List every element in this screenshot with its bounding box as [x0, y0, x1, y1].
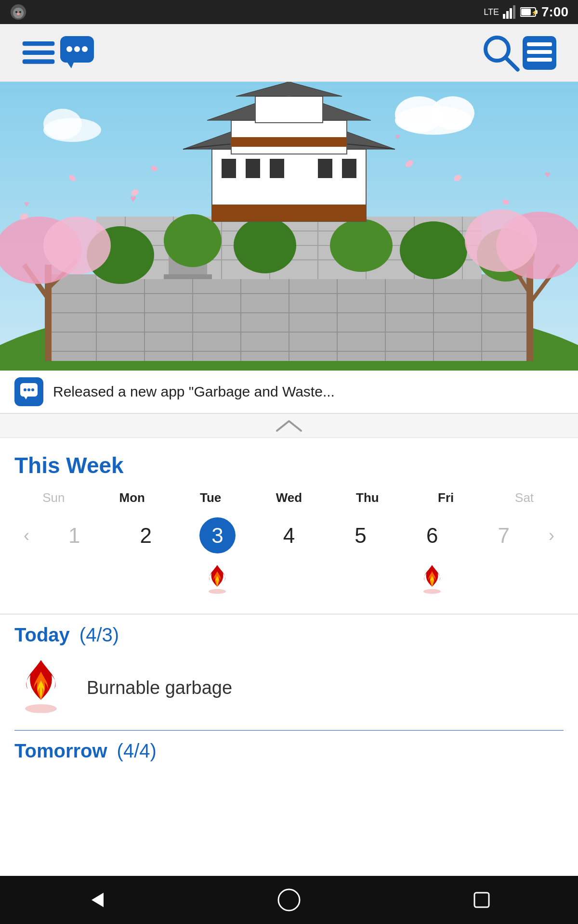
status-bar: LTE ⚡ 7:00 [0, 0, 578, 24]
svg-rect-81 [222, 159, 236, 178]
tomorrow-label: Tomorrow [14, 740, 107, 762]
svg-text:♥: ♥ [130, 192, 136, 205]
svg-rect-15 [23, 41, 55, 46]
day-name-sun: Sun [14, 488, 93, 508]
garbage-type-text: Burnable garbage [87, 678, 232, 698]
svg-point-32 [431, 96, 474, 130]
svg-point-106 [24, 388, 26, 391]
calendar-day-4[interactable]: 4 [253, 519, 325, 552]
svg-point-110 [209, 589, 226, 594]
svg-rect-26 [527, 42, 552, 46]
svg-marker-113 [92, 893, 104, 907]
flame-icons-row [14, 561, 564, 599]
list-view-button[interactable] [520, 34, 559, 72]
day-name-tue: Tue [171, 488, 250, 508]
svg-point-19 [66, 46, 72, 52]
today-divider [14, 730, 564, 731]
svg-text:♥: ♥ [24, 199, 29, 209]
back-button[interactable] [84, 888, 108, 912]
svg-point-111 [423, 589, 441, 594]
today-circle: 3 [199, 517, 236, 553]
castle-illustration: ♥ ♥ ♥ ♥ [0, 82, 578, 371]
svg-point-66 [234, 218, 296, 273]
day-name-sat: Sat [485, 488, 564, 508]
home-button[interactable] [277, 888, 301, 912]
today-header: Today (4/3) [14, 624, 564, 646]
news-chat-icon [14, 377, 43, 406]
section-title: This Week [14, 452, 564, 478]
schedule-section: Today (4/3) Burnable garbage Tomorrow (4… [0, 624, 578, 762]
calendar: Sun Mon Tue Wed Thu Fri Sat ‹ 1 2 3 4 5 … [14, 488, 564, 599]
prev-week-button[interactable]: ‹ [14, 526, 39, 546]
news-text: Released a new app "Garbage and Waste... [53, 384, 564, 400]
svg-rect-9 [510, 8, 512, 19]
hamburger-menu-button[interactable] [19, 34, 58, 72]
recent-apps-button[interactable] [470, 888, 494, 912]
battery-icon: ⚡ [520, 7, 538, 17]
svg-rect-7 [503, 14, 505, 19]
calendar-day-2[interactable]: 2 [110, 519, 182, 552]
hero-image: ♥ ♥ ♥ ♥ [0, 82, 578, 371]
svg-point-5 [19, 11, 21, 13]
svg-rect-63 [164, 274, 212, 279]
day-name-mon: Mon [93, 488, 171, 508]
today-content: Burnable garbage [14, 655, 564, 720]
collapse-handle[interactable] [0, 414, 578, 438]
svg-rect-10 [513, 5, 515, 19]
svg-rect-89 [231, 137, 347, 147]
svg-rect-8 [506, 11, 509, 19]
lte-label: LTE [484, 7, 499, 17]
flame-fri [396, 563, 468, 598]
svg-rect-91 [255, 96, 323, 123]
this-week-section: This Week Sun Mon Tue Wed Thu Fri Sat ‹ … [0, 438, 578, 604]
today-date: (4/3) [79, 624, 119, 646]
chat-button[interactable] [58, 34, 96, 72]
calendar-day-3[interactable]: 3 [182, 513, 253, 558]
calendar-day-7[interactable]: 7 [468, 519, 539, 552]
svg-point-79 [465, 209, 537, 272]
svg-rect-93 [287, 82, 291, 96]
svg-point-74 [43, 217, 111, 274]
svg-point-112 [25, 704, 57, 713]
svg-rect-86 [212, 205, 366, 221]
calendar-day-6[interactable]: 6 [396, 519, 468, 552]
svg-point-20 [74, 46, 80, 52]
svg-rect-16 [23, 50, 55, 54]
svg-point-67 [330, 219, 393, 272]
svg-point-108 [31, 388, 34, 391]
big-flame-icon [14, 655, 72, 720]
day-name-wed: Wed [250, 488, 328, 508]
svg-rect-115 [474, 893, 489, 907]
hamburger-icon [19, 34, 58, 72]
today-label: Today [14, 624, 70, 646]
svg-text:♥: ♥ [395, 132, 400, 141]
calendar-day-1[interactable]: 1 [39, 519, 110, 552]
svg-point-4 [15, 11, 17, 13]
chevron-up-icon [275, 419, 303, 433]
flame-tue [182, 563, 253, 598]
svg-text:⚡: ⚡ [531, 9, 538, 16]
signal-icon [503, 5, 516, 19]
search-button[interactable] [482, 34, 520, 72]
chat-icon [58, 34, 96, 72]
status-bar-left [10, 3, 27, 21]
calendar-dates-row: ‹ 1 2 3 4 5 6 7 › [14, 513, 564, 558]
next-week-button[interactable]: › [539, 526, 564, 546]
svg-rect-85 [342, 159, 356, 178]
svg-text:♥: ♥ [544, 168, 551, 180]
calendar-day-5[interactable]: 5 [325, 519, 396, 552]
svg-rect-17 [23, 59, 55, 64]
svg-point-65 [164, 214, 222, 267]
list-icon [520, 34, 559, 72]
day-name-thu: Thu [328, 488, 407, 508]
search-icon [482, 34, 520, 72]
cat-icon [10, 3, 27, 21]
svg-rect-84 [318, 159, 332, 178]
svg-point-68 [400, 221, 467, 279]
news-banner[interactable]: Released a new app "Garbage and Waste... [0, 371, 578, 414]
status-time: 7:00 [541, 4, 568, 20]
svg-rect-83 [270, 159, 284, 178]
nav-bar [0, 24, 578, 82]
tomorrow-header: Tomorrow (4/4) [14, 740, 564, 762]
svg-rect-82 [246, 159, 260, 178]
